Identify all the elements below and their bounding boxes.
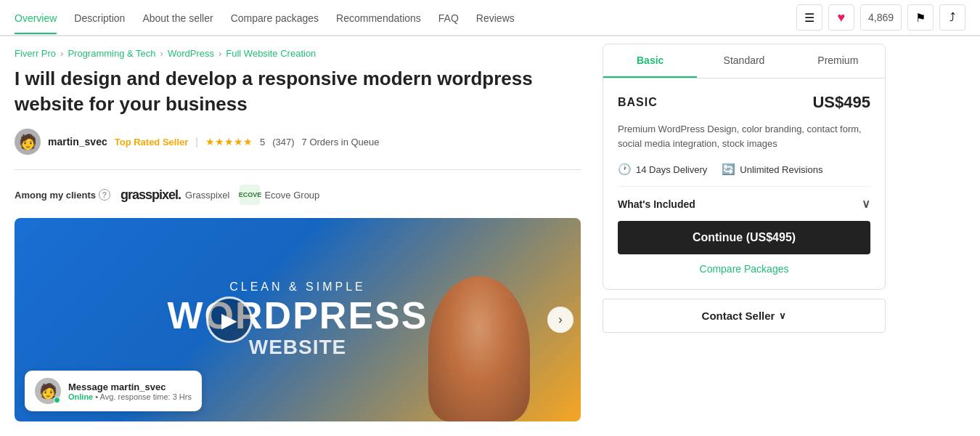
breadcrumb-programming-tech[interactable]: Programming & Tech — [68, 48, 155, 59]
package-name: BASIC — [618, 96, 658, 109]
revisions-info: 🔄 Unlimited Revisions — [722, 163, 822, 176]
breadcrumb-wordpress[interactable]: WordPress — [168, 48, 214, 59]
avatar: 🧑 — [15, 129, 41, 155]
video-subtitle: CLEAN & SIMPLE — [229, 280, 366, 294]
contact-seller-label: Contact Seller — [702, 310, 775, 322]
online-dot — [54, 397, 60, 403]
online-status: Online — [68, 392, 93, 401]
page-title: I will design and develop a responsive m… — [15, 66, 581, 117]
tab-premium[interactable]: Premium — [791, 44, 885, 78]
main-content: Fiverr Pro › Programming & Tech › WordPr… — [0, 36, 980, 421]
nav-actions: ☰ ♥ 4,869 ⚑ ⤴ — [796, 4, 965, 31]
orders-queue: 7 Orders in Queue — [302, 137, 380, 148]
delivery-label: 14 Days Delivery — [636, 164, 707, 175]
delivery-info: 🕐 14 Days Delivery — [618, 163, 707, 176]
star-rating: ★★★★★ — [205, 136, 253, 148]
grasspixel-logo: grasspixel. — [121, 187, 181, 203]
clients-row: Among my clients ? grasspixel. Grasspixe… — [15, 185, 581, 205]
breadcrumb-full-website[interactable]: Full Website Creation — [226, 48, 316, 59]
nav-reviews[interactable]: Reviews — [476, 1, 515, 34]
breadcrumb: Fiverr Pro › Programming & Tech › WordPr… — [15, 36, 581, 66]
breadcrumb-sep-1: › — [60, 48, 63, 59]
nav-about-seller[interactable]: About the seller — [142, 1, 213, 34]
left-column: Fiverr Pro › Programming & Tech › WordPr… — [15, 36, 581, 421]
tab-standard[interactable]: Standard — [697, 44, 791, 78]
help-icon[interactable]: ? — [99, 189, 110, 201]
navigation: Overview Description About the seller Co… — [0, 0, 980, 36]
bubble-name: Message martin_svec — [68, 382, 192, 392]
client-grasspixel: grasspixel. Grasspixel — [121, 187, 229, 203]
contact-seller-button[interactable]: Contact Seller ∨ — [603, 299, 886, 333]
revisions-icon: 🔄 — [722, 163, 735, 176]
package-description: Premium WordPress Design, color branding… — [618, 122, 870, 151]
video-container: CLEAN & SIMPLE WORDPRESS WEBSITE ▶ › 🧑 M… — [15, 218, 581, 421]
heart-button[interactable]: ♥ — [828, 4, 854, 31]
flag-button[interactable]: ⚑ — [907, 4, 934, 31]
whats-included-label: What's Included — [618, 198, 695, 210]
client-ecove: ECOVE Ecove Group — [240, 185, 319, 205]
right-column: Basic Standard Premium BASIC US$495 Prem… — [603, 36, 886, 421]
ecove-name: Ecove Group — [264, 190, 319, 201]
nav-description[interactable]: Description — [74, 1, 125, 34]
package-body: BASIC US$495 Premium WordPress Design, c… — [603, 78, 885, 289]
response-time: Avg. response time: 3 Hrs — [100, 392, 192, 401]
rating-value: 5 — [260, 137, 265, 148]
video-person — [414, 247, 544, 421]
nav-overview[interactable]: Overview — [15, 1, 57, 34]
seller-row: 🧑 martin_svec Top Rated Seller | ★★★★★ 5… — [15, 129, 581, 170]
ecove-logo-box: ECOVE — [240, 185, 260, 205]
nav-faq[interactable]: FAQ — [438, 1, 459, 34]
whats-included-row[interactable]: What's Included ∨ — [618, 186, 870, 221]
package-price: US$495 — [812, 93, 870, 112]
message-bubble[interactable]: 🧑 Message martin_svec Online • Avg. resp… — [25, 371, 202, 411]
chevron-down-icon-contact: ∨ — [779, 310, 786, 321]
top-rated-badge: Top Rated Seller — [115, 137, 189, 148]
breadcrumb-fiverr-pro[interactable]: Fiverr Pro — [15, 48, 56, 59]
menu-button[interactable]: ☰ — [796, 4, 822, 31]
video-subtitle2: WEBSITE — [249, 336, 347, 359]
review-count: (347) — [272, 137, 294, 148]
separator-1: | — [195, 136, 198, 148]
compare-packages-link[interactable]: Compare Packages — [618, 263, 870, 275]
bubble-avatar: 🧑 — [35, 378, 61, 404]
bubble-text: Message martin_svec Online • Avg. respon… — [68, 382, 192, 401]
favorites-count: 4,869 — [860, 4, 902, 31]
package-tabs: Basic Standard Premium — [603, 44, 885, 78]
clients-label: Among my clients ? — [15, 189, 110, 201]
tab-basic[interactable]: Basic — [603, 44, 697, 78]
continue-button[interactable]: Continue (US$495) — [618, 221, 870, 254]
clock-icon: 🕐 — [618, 163, 632, 176]
nav-recommendations[interactable]: Recommendations — [336, 1, 421, 34]
grasspixel-name: Grasspixel — [185, 190, 229, 201]
chevron-down-icon: ∨ — [862, 197, 870, 211]
share-button[interactable]: ⤴ — [939, 4, 965, 31]
nav-links: Overview Description About the seller Co… — [15, 1, 796, 34]
breadcrumb-sep-2: › — [160, 48, 163, 59]
person-head — [428, 276, 530, 421]
play-button[interactable]: ▶ — [206, 296, 253, 343]
revisions-label: Unlimited Revisions — [740, 164, 822, 175]
package-header: BASIC US$495 — [618, 93, 870, 112]
breadcrumb-sep-3: › — [219, 48, 221, 59]
nav-compare-packages[interactable]: Compare packages — [231, 1, 319, 34]
seller-name[interactable]: martin_svec — [48, 136, 107, 148]
package-meta: 🕐 14 Days Delivery 🔄 Unlimited Revisions — [618, 163, 870, 176]
bubble-status: Online • Avg. response time: 3 Hrs — [68, 392, 192, 401]
package-panel: Basic Standard Premium BASIC US$495 Prem… — [603, 44, 886, 290]
next-arrow[interactable]: › — [547, 307, 573, 333]
